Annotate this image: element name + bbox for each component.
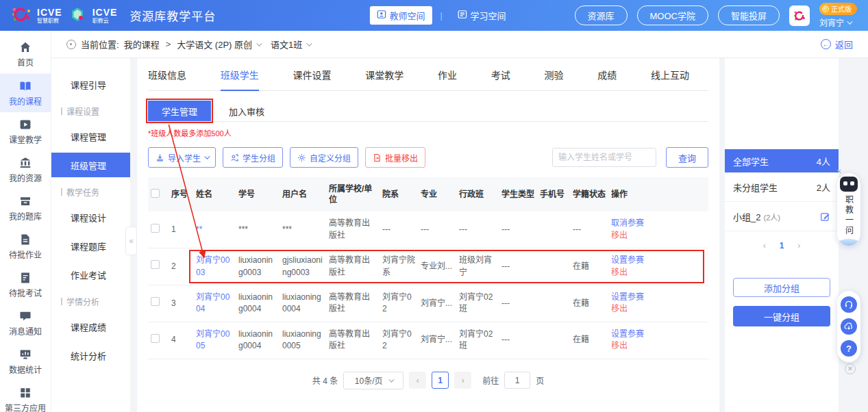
sidebar-item-home[interactable]: 首页 [0,35,51,74]
menu-item-class-management[interactable]: 班级管理 [51,153,130,177]
menu-item-homework-exam[interactable]: 作业考试 [51,262,130,287]
student-name-link[interactable]: 刘宵宁0003 [196,255,230,276]
row-checkbox[interactable] [151,297,160,306]
student-group-button[interactable]: 学生分组 [223,147,283,168]
action-remove-link[interactable]: 移出 [611,230,706,242]
cell-no: 2 [169,248,193,285]
breadcrumb-root[interactable]: 我的课程 [124,38,160,51]
student-space-button[interactable]: 学习空间 [451,6,513,25]
customer-service-icon[interactable] [841,296,857,313]
dismiss-tools-icon[interactable]: ✕ [845,363,856,374]
action-remove-link[interactable]: 移出 [611,340,706,352]
menu-item-statistical-analysis[interactable]: 统计分析 [51,343,130,368]
sidebar-item-my-courses[interactable]: 我的课程 [0,74,51,112]
current-page[interactable]: 1 [432,372,449,389]
prev-page-button[interactable]: ‹ [409,372,426,389]
tab-homework[interactable]: 作业 [438,58,457,90]
sidebar-item-classroom-teaching[interactable]: 课堂教学 [0,112,51,151]
tab-class-students[interactable]: 班级学生 [221,58,259,90]
next-page-button[interactable]: › [454,372,471,389]
sidebar-item-my-question-bank[interactable]: 我的题库 [0,189,51,227]
table-header-row: 序号姓名学号用户名所属学校/单位院系专业行政班学生类型手机号学籍状态操作 [148,177,708,211]
action-contest-link[interactable]: 设置参赛 [611,255,706,266]
cell-phone [537,285,570,322]
action-contest-link[interactable]: 设置参赛 [611,292,706,303]
menu-item-course-management[interactable]: 课程管理 [51,124,130,149]
row-checkbox[interactable] [151,260,160,269]
student-name-link[interactable]: 刘宵宁0004 [196,292,230,313]
batch-remove-button[interactable]: 批量移出 [365,147,425,168]
goto-page-input[interactable] [504,372,530,389]
assistant-close-icon[interactable]: ✕ [836,168,842,175]
col-header: 专业 [418,177,456,211]
subtab-student-management[interactable]: 学生管理 [148,101,211,121]
tab-class-info[interactable]: 班级信息 [148,58,186,90]
custom-group-button[interactable]: 自定义分组 [290,147,358,168]
user-menu[interactable]: 刘宵宁 [819,16,851,28]
action-contest-link[interactable]: 取消参赛 [611,218,706,229]
sidebar-item-pending-exams[interactable]: 待批考试 [0,266,51,304]
chevron-down-icon [306,40,312,46]
tab-online-interaction[interactable]: 线上互动 [651,58,689,90]
page-size-select[interactable]: 10条/页 [343,372,404,389]
row-checkbox[interactable] [151,334,160,343]
sidebar-item-statistics[interactable]: 数据统计 [0,342,51,381]
avatar[interactable] [789,5,810,26]
student-name-link[interactable]: 刘宵宁0005 [196,329,230,350]
row-checkbox[interactable] [151,224,160,233]
course-dropdown[interactable]: 大学语文 (2P) 原创 [177,38,260,51]
menu-item-course-guide[interactable]: 课程引导 [51,72,130,96]
back-arrow-icon: ← [821,39,831,49]
space-divider: | [440,11,442,21]
menu-item-course-grades[interactable]: 课程成绩 [51,314,130,339]
cell-student_type: --- [499,285,537,322]
sidebar-item-pending-homework[interactable]: 待批作业 [0,227,51,266]
group-all-students[interactable]: 全部学生 4人 [725,149,839,172]
menu-item-course-question-bank[interactable]: 课程题库 [51,233,130,258]
platform-title: 资源库教学平台 [129,7,216,24]
action-remove-link[interactable]: 移出 [611,303,706,315]
subtab-join-review[interactable]: 加入审核 [229,101,264,121]
query-button[interactable]: 查询 [666,147,708,168]
add-group-button[interactable]: 添加分组 [733,278,830,297]
student-name-link[interactable]: ** [196,224,202,234]
tab-classroom-teaching[interactable]: 课堂教学 [365,58,404,90]
cloud-download-icon[interactable] [841,318,857,335]
student-search-input[interactable] [552,148,656,167]
tab-courseware-settings[interactable]: 课件设置 [293,58,332,90]
tab-exam[interactable]: 考试 [491,58,510,90]
group-ungrouped[interactable]: 未分组学生 2人 [725,172,839,202]
stats-icon [19,348,32,361]
pagination: 共 4 条 10条/页 ‹ 1 › 前往 页 [148,372,708,389]
edit-group-icon[interactable] [820,211,830,222]
action-remove-link[interactable]: 移出 [611,267,706,279]
assistant-label: 职教一问 [843,195,855,236]
import-students-button[interactable]: 导入学生 [148,147,216,168]
group-item[interactable]: 小组_2(2人) [725,202,839,231]
class-dropdown[interactable]: 语文1班 [271,38,310,51]
sidebar-item-my-resources[interactable]: 我的资源 [0,151,51,189]
resource-library-button[interactable]: 资源库 [575,5,628,25]
cell-admin_class: 刘宵宁02班 [456,322,499,359]
assistant-widget[interactable]: 职教一问 [837,173,860,246]
col-header: 所属学校/单位 [326,177,380,211]
teacher-space-button[interactable]: 教师空间 [369,6,432,25]
chevron-down-icon [256,40,262,46]
groups-next-button[interactable]: › [797,241,800,250]
sidebar-item-messages[interactable]: 消息通知 [0,304,51,342]
collapse-menu-handle[interactable]: « [125,227,137,255]
back-button[interactable]: ← 返回 [821,38,853,51]
smart-cast-button[interactable]: 智能投屏 [718,5,780,25]
select-all-checkbox[interactable] [151,189,160,198]
breadcrumb: 当前位置: 我的课程 > 大学语文 (2P) 原创 语文1班 [66,38,310,51]
sidebar-item-third-party-apps[interactable]: 第三方应用 [0,381,51,412]
mooc-academy-button[interactable]: MOOC学院 [637,5,708,25]
main-card: 班级信息班级学生课件设置课堂教学作业考试测验成绩线上互动 学生管理加入审核 *班… [137,58,719,412]
tab-grades[interactable]: 成绩 [597,58,617,90]
groups-prev-button[interactable]: ‹ [763,241,766,250]
auto-group-button[interactable]: 一键分组 [733,306,830,326]
help-icon[interactable]: ? [841,340,857,357]
action-contest-link[interactable]: 设置参赛 [611,329,706,340]
menu-item-course-design[interactable]: 课程设计 [51,205,130,229]
tab-quiz[interactable]: 测验 [545,58,564,90]
